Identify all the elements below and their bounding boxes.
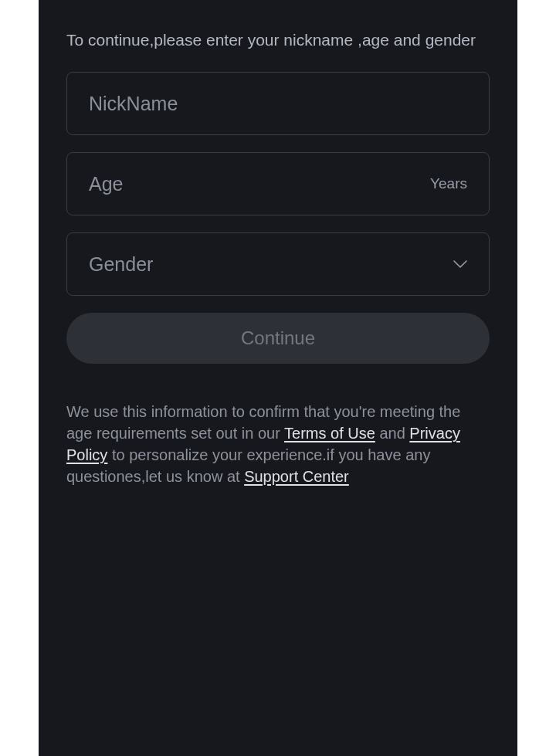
continue-button[interactable]: Continue bbox=[66, 313, 490, 364]
age-placeholder: Age bbox=[89, 173, 123, 195]
onboarding-form: To continue,please enter your nickname ,… bbox=[39, 0, 517, 756]
age-suffix: Years bbox=[430, 175, 467, 192]
gender-placeholder: Gender bbox=[89, 253, 153, 276]
disclaimer-text: We use this information to confirm that … bbox=[66, 401, 490, 487]
nickname-field[interactable]: NickName bbox=[66, 72, 490, 135]
disclaimer-part2: and bbox=[375, 425, 409, 442]
terms-of-use-link[interactable]: Terms of Use bbox=[284, 425, 375, 442]
age-field[interactable]: Age Years bbox=[66, 152, 490, 215]
gender-field[interactable]: Gender bbox=[66, 232, 490, 296]
nickname-placeholder: NickName bbox=[89, 93, 178, 115]
support-center-link[interactable]: Support Center bbox=[244, 468, 349, 485]
instruction-text: To continue,please enter your nickname ,… bbox=[66, 29, 490, 50]
chevron-down-icon bbox=[453, 260, 467, 268]
